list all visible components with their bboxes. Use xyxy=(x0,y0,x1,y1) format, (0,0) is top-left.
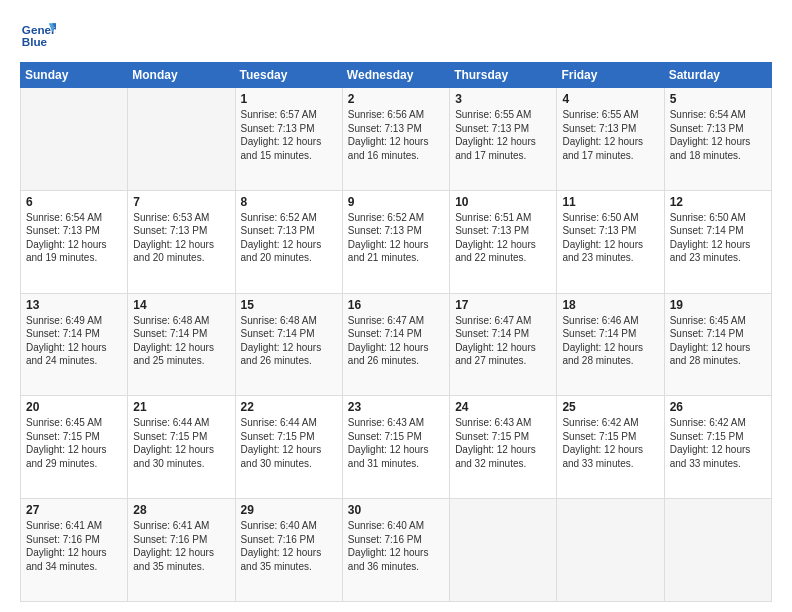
day-number: 14 xyxy=(133,298,229,312)
day-info: Sunrise: 6:52 AMSunset: 7:13 PMDaylight:… xyxy=(241,211,337,265)
day-info: Sunrise: 6:51 AMSunset: 7:13 PMDaylight:… xyxy=(455,211,551,265)
header-day-friday: Friday xyxy=(557,63,664,88)
day-info: Sunrise: 6:45 AMSunset: 7:14 PMDaylight:… xyxy=(670,314,766,368)
day-info: Sunrise: 6:55 AMSunset: 7:13 PMDaylight:… xyxy=(562,108,658,162)
day-number: 21 xyxy=(133,400,229,414)
header-day-tuesday: Tuesday xyxy=(235,63,342,88)
day-info: Sunrise: 6:41 AMSunset: 7:16 PMDaylight:… xyxy=(26,519,122,573)
day-number: 3 xyxy=(455,92,551,106)
week-row-3: 13Sunrise: 6:49 AMSunset: 7:14 PMDayligh… xyxy=(21,293,772,396)
day-number: 9 xyxy=(348,195,444,209)
day-number: 26 xyxy=(670,400,766,414)
day-cell: 6Sunrise: 6:54 AMSunset: 7:13 PMDaylight… xyxy=(21,190,128,293)
day-number: 30 xyxy=(348,503,444,517)
day-number: 24 xyxy=(455,400,551,414)
day-info: Sunrise: 6:57 AMSunset: 7:13 PMDaylight:… xyxy=(241,108,337,162)
day-cell: 1Sunrise: 6:57 AMSunset: 7:13 PMDaylight… xyxy=(235,88,342,191)
day-info: Sunrise: 6:41 AMSunset: 7:16 PMDaylight:… xyxy=(133,519,229,573)
day-info: Sunrise: 6:48 AMSunset: 7:14 PMDaylight:… xyxy=(241,314,337,368)
day-number: 23 xyxy=(348,400,444,414)
day-cell: 27Sunrise: 6:41 AMSunset: 7:16 PMDayligh… xyxy=(21,499,128,602)
day-info: Sunrise: 6:40 AMSunset: 7:16 PMDaylight:… xyxy=(348,519,444,573)
day-number: 18 xyxy=(562,298,658,312)
week-row-1: 1Sunrise: 6:57 AMSunset: 7:13 PMDaylight… xyxy=(21,88,772,191)
day-cell: 20Sunrise: 6:45 AMSunset: 7:15 PMDayligh… xyxy=(21,396,128,499)
day-cell xyxy=(450,499,557,602)
day-cell: 28Sunrise: 6:41 AMSunset: 7:16 PMDayligh… xyxy=(128,499,235,602)
day-cell: 29Sunrise: 6:40 AMSunset: 7:16 PMDayligh… xyxy=(235,499,342,602)
day-cell: 26Sunrise: 6:42 AMSunset: 7:15 PMDayligh… xyxy=(664,396,771,499)
day-number: 7 xyxy=(133,195,229,209)
day-number: 22 xyxy=(241,400,337,414)
day-number: 4 xyxy=(562,92,658,106)
header-day-sunday: Sunday xyxy=(21,63,128,88)
day-number: 13 xyxy=(26,298,122,312)
day-cell: 23Sunrise: 6:43 AMSunset: 7:15 PMDayligh… xyxy=(342,396,449,499)
day-info: Sunrise: 6:48 AMSunset: 7:14 PMDaylight:… xyxy=(133,314,229,368)
day-cell: 16Sunrise: 6:47 AMSunset: 7:14 PMDayligh… xyxy=(342,293,449,396)
day-info: Sunrise: 6:54 AMSunset: 7:13 PMDaylight:… xyxy=(670,108,766,162)
day-info: Sunrise: 6:50 AMSunset: 7:14 PMDaylight:… xyxy=(670,211,766,265)
day-cell: 7Sunrise: 6:53 AMSunset: 7:13 PMDaylight… xyxy=(128,190,235,293)
week-row-2: 6Sunrise: 6:54 AMSunset: 7:13 PMDaylight… xyxy=(21,190,772,293)
day-number: 1 xyxy=(241,92,337,106)
day-cell: 5Sunrise: 6:54 AMSunset: 7:13 PMDaylight… xyxy=(664,88,771,191)
header-day-monday: Monday xyxy=(128,63,235,88)
day-cell: 14Sunrise: 6:48 AMSunset: 7:14 PMDayligh… xyxy=(128,293,235,396)
logo: General Blue xyxy=(20,16,56,52)
day-number: 8 xyxy=(241,195,337,209)
page: General Blue SundayMondayTuesdayWednesda… xyxy=(0,0,792,612)
day-info: Sunrise: 6:40 AMSunset: 7:16 PMDaylight:… xyxy=(241,519,337,573)
day-cell: 15Sunrise: 6:48 AMSunset: 7:14 PMDayligh… xyxy=(235,293,342,396)
day-cell: 24Sunrise: 6:43 AMSunset: 7:15 PMDayligh… xyxy=(450,396,557,499)
header-day-wednesday: Wednesday xyxy=(342,63,449,88)
day-info: Sunrise: 6:50 AMSunset: 7:13 PMDaylight:… xyxy=(562,211,658,265)
day-cell xyxy=(664,499,771,602)
day-number: 27 xyxy=(26,503,122,517)
day-cell: 11Sunrise: 6:50 AMSunset: 7:13 PMDayligh… xyxy=(557,190,664,293)
day-cell: 30Sunrise: 6:40 AMSunset: 7:16 PMDayligh… xyxy=(342,499,449,602)
day-cell xyxy=(557,499,664,602)
day-number: 17 xyxy=(455,298,551,312)
day-cell: 18Sunrise: 6:46 AMSunset: 7:14 PMDayligh… xyxy=(557,293,664,396)
svg-text:Blue: Blue xyxy=(22,35,48,48)
day-info: Sunrise: 6:42 AMSunset: 7:15 PMDaylight:… xyxy=(670,416,766,470)
day-cell: 19Sunrise: 6:45 AMSunset: 7:14 PMDayligh… xyxy=(664,293,771,396)
header-day-thursday: Thursday xyxy=(450,63,557,88)
day-info: Sunrise: 6:43 AMSunset: 7:15 PMDaylight:… xyxy=(455,416,551,470)
day-info: Sunrise: 6:44 AMSunset: 7:15 PMDaylight:… xyxy=(241,416,337,470)
day-number: 19 xyxy=(670,298,766,312)
day-cell xyxy=(128,88,235,191)
week-row-4: 20Sunrise: 6:45 AMSunset: 7:15 PMDayligh… xyxy=(21,396,772,499)
day-number: 5 xyxy=(670,92,766,106)
day-cell: 3Sunrise: 6:55 AMSunset: 7:13 PMDaylight… xyxy=(450,88,557,191)
day-number: 2 xyxy=(348,92,444,106)
day-info: Sunrise: 6:49 AMSunset: 7:14 PMDaylight:… xyxy=(26,314,122,368)
header: General Blue xyxy=(20,16,772,52)
day-info: Sunrise: 6:42 AMSunset: 7:15 PMDaylight:… xyxy=(562,416,658,470)
day-number: 12 xyxy=(670,195,766,209)
day-cell xyxy=(21,88,128,191)
day-info: Sunrise: 6:55 AMSunset: 7:13 PMDaylight:… xyxy=(455,108,551,162)
day-info: Sunrise: 6:43 AMSunset: 7:15 PMDaylight:… xyxy=(348,416,444,470)
day-cell: 25Sunrise: 6:42 AMSunset: 7:15 PMDayligh… xyxy=(557,396,664,499)
day-info: Sunrise: 6:45 AMSunset: 7:15 PMDaylight:… xyxy=(26,416,122,470)
day-cell: 8Sunrise: 6:52 AMSunset: 7:13 PMDaylight… xyxy=(235,190,342,293)
calendar-table: SundayMondayTuesdayWednesdayThursdayFrid… xyxy=(20,62,772,602)
day-info: Sunrise: 6:47 AMSunset: 7:14 PMDaylight:… xyxy=(455,314,551,368)
day-number: 15 xyxy=(241,298,337,312)
day-cell: 17Sunrise: 6:47 AMSunset: 7:14 PMDayligh… xyxy=(450,293,557,396)
day-info: Sunrise: 6:44 AMSunset: 7:15 PMDaylight:… xyxy=(133,416,229,470)
day-cell: 12Sunrise: 6:50 AMSunset: 7:14 PMDayligh… xyxy=(664,190,771,293)
day-info: Sunrise: 6:47 AMSunset: 7:14 PMDaylight:… xyxy=(348,314,444,368)
day-cell: 22Sunrise: 6:44 AMSunset: 7:15 PMDayligh… xyxy=(235,396,342,499)
logo-icon: General Blue xyxy=(20,16,56,52)
week-row-5: 27Sunrise: 6:41 AMSunset: 7:16 PMDayligh… xyxy=(21,499,772,602)
day-info: Sunrise: 6:52 AMSunset: 7:13 PMDaylight:… xyxy=(348,211,444,265)
day-info: Sunrise: 6:53 AMSunset: 7:13 PMDaylight:… xyxy=(133,211,229,265)
day-info: Sunrise: 6:54 AMSunset: 7:13 PMDaylight:… xyxy=(26,211,122,265)
day-cell: 9Sunrise: 6:52 AMSunset: 7:13 PMDaylight… xyxy=(342,190,449,293)
day-cell: 4Sunrise: 6:55 AMSunset: 7:13 PMDaylight… xyxy=(557,88,664,191)
day-cell: 21Sunrise: 6:44 AMSunset: 7:15 PMDayligh… xyxy=(128,396,235,499)
day-number: 6 xyxy=(26,195,122,209)
